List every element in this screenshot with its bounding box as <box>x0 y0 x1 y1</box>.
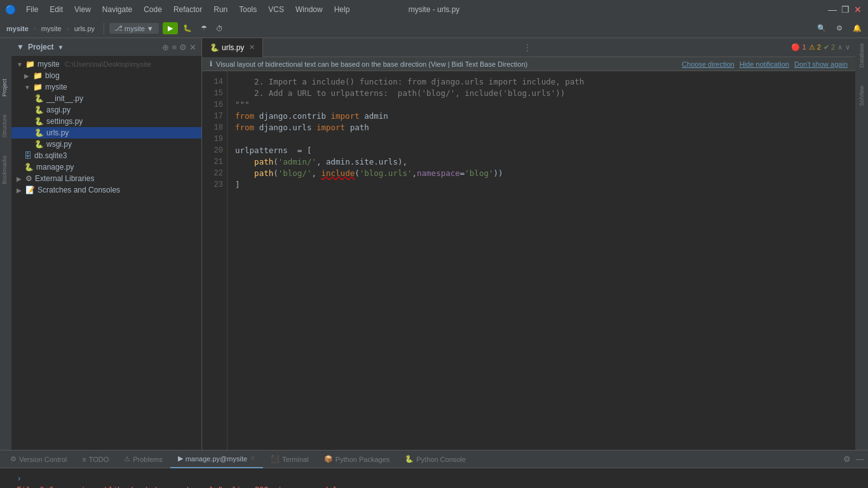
tree-item-wsgi[interactable]: 🐍 wsgi.py <box>11 139 201 150</box>
run-button[interactable]: ▶ <box>163 22 178 34</box>
code-editor[interactable]: 14 15 16 17 18 19 20 21 22 23 2. Import … <box>202 71 855 450</box>
sciview-sidebar-tab[interactable]: SciView <box>856 83 867 109</box>
sidebar-structure-tab[interactable]: Structure <box>0 112 11 140</box>
tree-item-settings[interactable]: 🐍 settings.py <box>11 116 201 127</box>
choose-direction-link[interactable]: Choose direction <box>682 60 735 68</box>
search-toolbar-button[interactable]: 🔍 <box>813 23 830 34</box>
locate-file-icon[interactable]: ⊕ <box>162 43 169 52</box>
terminal-line-1: File "<frozen importlib._bootstrap_exter… <box>8 485 860 488</box>
menu-edit[interactable]: Edit <box>44 4 68 15</box>
tab-todo[interactable]: ≡ TODO <box>74 451 116 468</box>
terminal-content[interactable]: › File "<frozen importlib._bootstrap_ext… <box>0 468 868 488</box>
database-sidebar-tab[interactable]: Database <box>856 41 867 71</box>
sidebar-project-tab[interactable]: Project <box>0 76 11 99</box>
code-content[interactable]: 2. Import a include() function: from dja… <box>227 71 855 450</box>
close-button[interactable]: ✕ <box>853 4 863 15</box>
line-numbers: 14 15 16 17 18 19 20 21 22 23 <box>202 71 227 450</box>
notification-actions: Choose direction Hide notification Don't… <box>682 60 848 68</box>
terminal-settings-icon[interactable]: ⚙ <box>842 453 852 465</box>
tree-item-urls[interactable]: 🐍 urls.py <box>11 127 201 139</box>
toolbar-file-label[interactable]: urls.py <box>71 24 98 34</box>
tree-arrow-scratches: ▶ <box>17 187 23 194</box>
branch-icon: ⎇ <box>114 24 123 32</box>
code-line-15: 2. Add a URL to urlpatterns: path('blog/… <box>235 88 848 99</box>
warning-badge: ⚠ 2 <box>809 43 821 51</box>
tab-version-control[interactable]: ⚙ Version Control <box>3 451 74 468</box>
code-line-23: ] <box>235 179 848 191</box>
tab-problems[interactable]: ⚠ Problems <box>116 451 170 468</box>
tree-item-db[interactable]: 🗄 db.sqlite3 <box>11 150 201 161</box>
notifications-button[interactable]: 🔔 <box>849 23 865 34</box>
tree-item-manage[interactable]: 🐍 manage.py <box>11 161 201 173</box>
terminal-tab-close[interactable]: ✕ <box>250 454 255 463</box>
menu-run[interactable]: Run <box>208 4 233 15</box>
py-icon-wsgi: 🐍 <box>34 140 44 149</box>
tree-item-asgi[interactable]: 🐍 asgi.py <box>11 104 201 116</box>
editor-tab-urls[interactable]: 🐍 urls.py ✕ <box>202 38 263 57</box>
tree-arrow-ext-libs: ▶ <box>17 175 23 182</box>
menu-file[interactable]: File <box>21 4 43 15</box>
ok-badge: ✔ 2 <box>824 43 835 51</box>
menu-help[interactable]: Help <box>329 4 355 15</box>
code-line-24 <box>235 191 848 202</box>
tab-terminal[interactable]: ⬛ Terminal <box>263 451 316 468</box>
toolbar-run-group: ⎇ mysite ▼ ▶ 🐛 ☂ ⏱ <box>109 22 227 34</box>
hide-notification-link[interactable]: Hide notification <box>740 60 789 68</box>
error-badge: 🔴 1 <box>791 43 806 51</box>
nav-down-icon[interactable]: ∨ <box>845 43 850 51</box>
minimize-button[interactable]: — <box>827 4 837 15</box>
collapse-all-icon[interactable]: ≡ <box>172 43 177 52</box>
branch-selector[interactable]: ⎇ mysite ▼ <box>109 23 159 34</box>
tab-python-packages[interactable]: 📦 Python Packages <box>316 451 398 468</box>
sidebar-bookmarks-tab[interactable]: Bookmarks <box>0 153 11 187</box>
tree-item-scratches[interactable]: ▶ 📝 Scratches and Consoles <box>11 184 201 196</box>
tree-label-root: mysite <box>37 60 60 69</box>
close-panel-icon[interactable]: ✕ <box>189 43 196 52</box>
tree-label-ext-libs: External Libraries <box>35 174 94 183</box>
window-title: mysite - urls.py <box>409 5 460 14</box>
settings-button[interactable]: ⚙ <box>832 23 846 34</box>
show-options-icon[interactable]: ⚙ <box>179 43 187 52</box>
menu-view[interactable]: View <box>69 4 96 15</box>
terminal-minimize-icon[interactable]: — <box>855 453 865 465</box>
code-line-20: urlpatterns = [ <box>235 145 848 156</box>
tree-item-ext-libs[interactable]: ▶ ⚙ External Libraries <box>11 173 201 184</box>
project-dropdown-icon[interactable]: ▼ <box>58 44 64 51</box>
title-bar: 🔵 File Edit View Navigate Code Refactor … <box>0 0 868 19</box>
tab-manage-py[interactable]: ▶ manage.py@mysite ✕ <box>170 451 263 468</box>
tree-item-init[interactable]: 🐍 __init__.py <box>11 93 201 104</box>
tree-root-mysite[interactable]: ▼ 📁 mysite C:\Users\na\Desktop\mysite <box>11 58 201 70</box>
toolbar-project-label[interactable]: mysite <box>3 24 32 34</box>
tab-close-button[interactable]: ✕ <box>249 43 255 51</box>
coverage-button[interactable]: ☂ <box>197 23 211 34</box>
debug-button[interactable]: 🐛 <box>179 23 196 34</box>
bottom-tabs-bar: ⚙ Version Control ≡ TODO ⚠ Problems ▶ ma… <box>0 451 868 468</box>
menu-window[interactable]: Window <box>290 4 328 15</box>
dont-show-link[interactable]: Don't show again <box>794 60 848 68</box>
py-icon-settings: 🐍 <box>34 117 44 126</box>
menu-vcs[interactable]: VCS <box>263 4 289 15</box>
menu-refactor[interactable]: Refactor <box>168 4 207 15</box>
tabs-more-button[interactable]: ⋮ <box>519 43 536 52</box>
toolbar: mysite › mysite › urls.py ⎇ mysite ▼ ▶ 🐛… <box>0 19 868 38</box>
maximize-button[interactable]: ❐ <box>840 4 850 15</box>
tree-label-init: __init__.py <box>46 94 83 103</box>
menu-navigate[interactable]: Navigate <box>97 4 137 15</box>
tab-python-console[interactable]: 🐍 Python Console <box>397 451 473 468</box>
tab-label-python-packages: Python Packages <box>336 456 390 463</box>
branch-label: mysite <box>125 25 145 32</box>
code-line-21: path('admin/', admin.site.urls), <box>235 156 848 168</box>
project-dropdown-arrow[interactable]: ▼ <box>17 43 24 51</box>
py-icon-init: 🐍 <box>34 94 44 103</box>
notification-icon: ℹ <box>210 60 212 68</box>
profile-button[interactable]: ⏱ <box>212 24 227 34</box>
tree-arrow-blog: ▶ <box>24 72 31 79</box>
menu-code[interactable]: Code <box>139 4 167 15</box>
nav-up-icon[interactable]: ∧ <box>837 43 843 51</box>
toolbar-mysite-label[interactable]: mysite <box>37 24 65 34</box>
tree-item-blog[interactable]: ▶ 📁 blog <box>11 70 201 81</box>
version-control-icon: ⚙ <box>10 455 17 463</box>
tree-arrow-root: ▼ <box>17 61 23 68</box>
tree-item-mysite-folder[interactable]: ▼ 📁 mysite <box>11 81 201 93</box>
menu-tools[interactable]: Tools <box>234 4 262 15</box>
